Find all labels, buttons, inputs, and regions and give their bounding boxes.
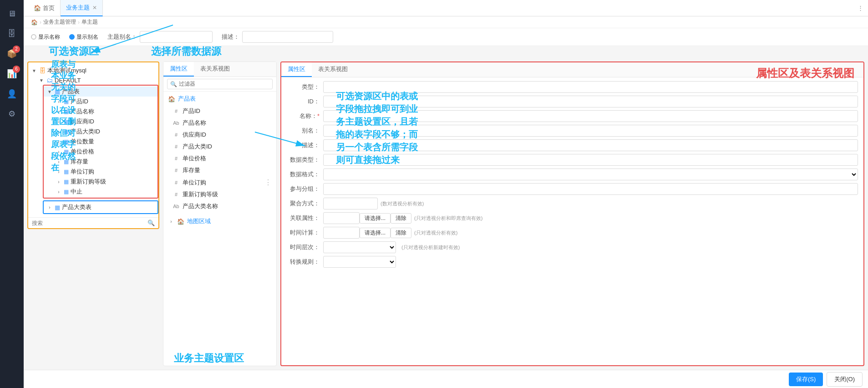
form-btn-choose-timecalc[interactable]: 请选择... — [360, 228, 391, 238]
tab-business-topic[interactable]: 业务主题 ✕ — [61, 0, 103, 16]
close-button[interactable]: 关闭(O) — [827, 372, 863, 387]
field-type-ab2: Ab — [173, 204, 180, 209]
tree-field-unitorder[interactable]: › ▦ 单位订购 — [53, 167, 157, 177]
form-row-name: 名称：* — [287, 110, 858, 122]
field-item-productname[interactable]: Ab 产品名称 — [163, 117, 276, 129]
sidebar: 🖥 🗄 📦 2 📊 6 👤 ⚙ — [0, 0, 24, 388]
form-label-timelevel: 时间层次： — [287, 243, 323, 251]
form-input-related[interactable] — [323, 212, 360, 224]
tabs-more-button[interactable]: ⋮ — [858, 5, 863, 11]
database-icon: 🗄 — [8, 29, 16, 39]
form-input-type[interactable] — [323, 81, 858, 93]
sidebar-item-settings[interactable]: ⚙ — [3, 105, 21, 123]
form-input-desc[interactable] — [323, 139, 858, 151]
form-label-name: 名称：* — [287, 112, 323, 120]
right-tab-properties[interactable]: 属性区 — [281, 62, 312, 77]
tree-arrow-schema: ▼ — [38, 77, 45, 83]
desc-field: 描述： — [222, 31, 333, 43]
field-item-catid[interactable]: # 产品大类ID — [163, 141, 276, 153]
desc-input[interactable] — [242, 31, 333, 43]
arrow-supplierid: › — [56, 118, 62, 125]
tree-field-reorder[interactable]: › ▦ 重新订购等级 — [53, 177, 157, 187]
form-row-alias: 别名： — [287, 125, 858, 137]
tab-table-relation[interactable]: 表关系视图 — [194, 62, 236, 77]
field-label-reorder: 重新订购等级 — [71, 178, 106, 186]
form-input-name[interactable] — [323, 110, 858, 122]
theme-alias-field: 主题别名： — [107, 31, 213, 43]
tab-home[interactable]: 🏠 首页 — [28, 0, 61, 16]
theme-alias-input[interactable] — [140, 31, 213, 43]
sidebar-item-database[interactable]: 🗄 — [3, 25, 21, 43]
right-tab-relation[interactable]: 表关系视图 — [312, 62, 354, 77]
aggregate-hint: (数对透视分析有效) — [381, 200, 424, 207]
source-tree-panel: ▼ 🗄 本地测试mysql ▼ 🗂 DEFAULT — [27, 61, 159, 229]
breadcrumb-home[interactable]: 🏠 — [31, 19, 38, 26]
form-btn-choose-related[interactable]: 请选择... — [360, 213, 391, 224]
table-icon-product: ▦ — [55, 88, 60, 95]
form-select-format[interactable] — [323, 168, 858, 180]
tree-arrow-category: › — [46, 204, 53, 210]
field-type-num6: # — [173, 180, 180, 185]
form-input-alias[interactable] — [323, 125, 858, 137]
form-input-id[interactable] — [323, 96, 858, 107]
form-input-timecalc[interactable] — [323, 227, 360, 239]
monitor-icon: 🖥 — [8, 9, 16, 19]
field-label-unitprice: 单位价格 — [71, 148, 94, 156]
field-type-num7: # — [173, 192, 180, 197]
field-more-icon[interactable]: ⋮ — [264, 178, 272, 187]
required-star: * — [317, 112, 320, 119]
field-item-unitprice[interactable]: # 单位价格 — [163, 153, 276, 164]
tree-field-discontinued[interactable]: › ▦ 中止 — [53, 187, 157, 197]
field-item-unitorder[interactable]: # 单位订购 ⋮ — [163, 176, 276, 189]
arrow-productname: › — [56, 108, 62, 115]
sidebar-item-monitor[interactable]: 🖥 — [3, 5, 21, 23]
tree-table-category[interactable]: › ▦ 产品大类表 — [44, 202, 157, 212]
field-icon-discontinued: ▦ — [64, 189, 69, 195]
field-item-productid[interactable]: # 产品ID — [163, 105, 276, 117]
field-item-supplierid[interactable]: # 供应商ID — [163, 129, 276, 141]
field-label-unitorder: 单位订购 — [71, 168, 94, 176]
form-select-timelevel[interactable] — [323, 241, 396, 253]
breadcrumb-item-1[interactable]: 业务主题管理 — [43, 18, 76, 26]
tree-search-input[interactable] — [32, 220, 146, 226]
tree-field-productid[interactable]: › ▦ 产品ID — [53, 97, 157, 107]
sidebar-item-cube[interactable]: 📦 2 — [3, 45, 21, 63]
tree-field-categoryid[interactable]: › ▦ 产品大类ID — [53, 127, 157, 137]
section-product-header[interactable]: 🏠 产品表 — [168, 93, 272, 104]
form-row-type: 类型： — [287, 81, 858, 93]
right-tabs: 属性区 表关系视图 — [281, 62, 863, 77]
field-type-num2: # — [173, 132, 180, 138]
display-name-radio[interactable]: 显示名称 — [31, 33, 60, 41]
main-content: 🏠 首页 业务主题 ✕ ⋮ 🏠 › 业务主题管理 › 单主题 显示名称 — [24, 0, 868, 388]
form-input-aggregate[interactable] — [323, 198, 378, 209]
timecalc-hint: (只对透视分析有效) — [414, 230, 457, 236]
tree-field-supplierid[interactable]: › ▦ 供应商ID — [53, 117, 157, 127]
form-input-datatype[interactable] — [323, 154, 858, 166]
form-btn-clear-related[interactable]: 清除 — [391, 213, 411, 224]
tree-field-unitqty[interactable]: › ▦ 单位数量 — [53, 137, 157, 147]
tab-close-button[interactable]: ✕ — [92, 5, 97, 11]
field-type-ab1: Ab — [173, 120, 180, 126]
sidebar-item-chart[interactable]: 📊 6 — [3, 65, 21, 83]
display-alias-radio[interactable]: 显示别名 — [69, 33, 98, 41]
field-item-catname[interactable]: Ab 产品大类名称 — [163, 200, 276, 212]
field-item-stock[interactable]: # 库存量 — [163, 164, 276, 176]
form-input-groupby[interactable] — [323, 183, 858, 195]
tree-table-product[interactable]: ▼ ▦ 产品表 — [44, 87, 157, 97]
section-map-header[interactable]: › 🏠 地图区域 — [168, 216, 272, 227]
form-select-transform[interactable] — [323, 256, 396, 268]
tree-schema-content[interactable]: ▼ 🗂 DEFAULT — [36, 76, 158, 85]
tree-field-stock[interactable]: › ▦ 库存量 — [53, 157, 157, 167]
sidebar-item-person[interactable]: 👤 — [3, 85, 21, 103]
form-row-desc: 描述： — [287, 139, 858, 151]
tab-properties[interactable]: 属性区 — [163, 62, 194, 77]
field-item-reorder[interactable]: # 重新订购等级 — [163, 189, 276, 200]
form-btn-clear-timecalc[interactable]: 清除 — [391, 228, 411, 238]
tree-db-content[interactable]: ▼ 🗄 本地测试mysql — [28, 66, 158, 76]
tree-field-productname[interactable]: › ▦ 产品名称 — [53, 107, 157, 117]
save-button[interactable]: 保存(S) — [789, 373, 823, 386]
tree-arrow-product: ▼ — [46, 88, 53, 95]
arrow-categoryid: › — [56, 128, 62, 135]
tree-field-unitprice[interactable]: › ▦ 单位价格 — [53, 147, 157, 157]
field-name-unitorder: 单位订购 — [183, 179, 206, 187]
